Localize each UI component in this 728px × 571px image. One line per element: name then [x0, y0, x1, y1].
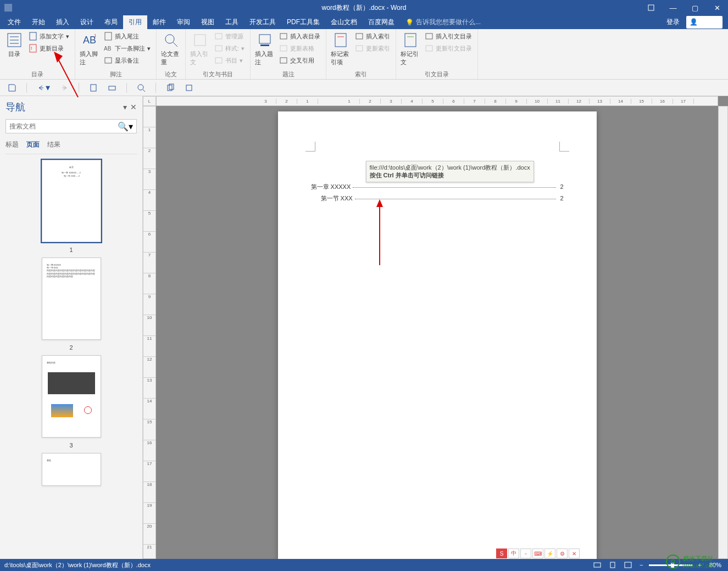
ribbon-display-options[interactable]	[640, 0, 662, 15]
menu-developer[interactable]: 开发工具	[244, 15, 281, 29]
share-button[interactable]: 👤 共享	[686, 16, 723, 29]
group-label-captions: 题注	[254, 70, 323, 79]
show-notes-button[interactable]: 显示备注	[102, 54, 153, 66]
save-button[interactable]	[8, 83, 16, 92]
watermark: G 极光下载站 www.xz7.com	[666, 555, 716, 569]
menu-mailings[interactable]: 邮件	[147, 15, 171, 29]
close-button[interactable]: ✕	[706, 0, 728, 15]
svg-line-15	[173, 42, 177, 47]
tray-lang-icon[interactable]: 中	[508, 548, 519, 558]
update-index-button[interactable]: 更新索引	[353, 42, 392, 54]
svg-rect-17	[215, 33, 222, 39]
maximize-button[interactable]: ▢	[684, 0, 706, 15]
tray-settings-icon[interactable]: ⚙	[557, 548, 568, 558]
update-authorities-button[interactable]: 更新引文目录	[423, 42, 474, 54]
tray-punct-icon[interactable]: ▫	[520, 548, 531, 558]
insert-index-button[interactable]: 插入索引	[353, 30, 392, 42]
copy-button[interactable]	[166, 83, 175, 92]
research-button[interactable]: 论文查重	[160, 30, 182, 68]
tray-sogou-icon[interactable]: S	[496, 548, 507, 558]
bibliography-button[interactable]: 书目 ▾	[212, 54, 247, 66]
menu-view[interactable]: 视图	[196, 15, 220, 29]
svg-rect-13	[105, 58, 112, 63]
nav-close-button[interactable]: ✕	[130, 103, 137, 111]
view-web-layout[interactable]	[622, 560, 634, 570]
mark-citation-button[interactable]: 标记引文	[399, 30, 421, 68]
update-toc-button[interactable]: !更新目录	[26, 42, 71, 54]
svg-rect-44	[594, 563, 601, 567]
toc-entry-1[interactable]: 第一章 XXXXX 2	[311, 183, 564, 191]
thumbnail-page-1[interactable]: 目录第一章 XXXXX ... 2 第一节 XXX ... 2	[42, 160, 101, 242]
next-footnote-button[interactable]: AB下一条脚注 ▾	[102, 42, 153, 54]
menu-file[interactable]: 文件	[2, 15, 26, 29]
insert-caption-button[interactable]: 插入题注	[254, 30, 276, 68]
tell-me-placeholder: 告诉我您想要做什么...	[416, 18, 481, 27]
manage-sources-button[interactable]: 管理源	[212, 30, 247, 42]
menu-insert[interactable]: 插入	[51, 15, 75, 29]
menu-jinshan[interactable]: 金山文档	[325, 15, 363, 29]
menu-home[interactable]: 开始	[26, 15, 51, 29]
add-text-button[interactable]: 添加文字 ▾	[26, 30, 71, 42]
thumbnail-page-4[interactable]: 表格	[42, 453, 101, 486]
search-icon[interactable]: 🔍▾	[118, 121, 133, 132]
zoom-out[interactable]: −	[637, 561, 645, 569]
group-citations: 插入引文 管理源 样式: ▾ 书目 ▾ 引文与书目	[186, 29, 251, 79]
svg-rect-28	[356, 46, 363, 51]
menu-layout[interactable]: 布局	[99, 15, 123, 29]
tray-keyboard-icon[interactable]: ⌨	[532, 548, 543, 558]
tray-close-icon[interactable]: ✕	[569, 548, 580, 558]
insert-endnote-button[interactable]: 插入尾注	[102, 30, 153, 42]
menu-pdf[interactable]: PDF工具集	[281, 15, 325, 29]
update-table-button[interactable]: 更新表格	[277, 42, 323, 54]
view-read-mode[interactable]	[591, 560, 603, 570]
nav-tab-results[interactable]: 结果	[47, 140, 60, 149]
vertical-scrollbar[interactable]	[718, 106, 728, 559]
print-button[interactable]	[108, 83, 116, 92]
document-page[interactable]: 第一章 XXXXX 2 第一节 XXX 2 file:///d:\tools\桌…	[278, 111, 597, 559]
group-authorities: 标记引文 插入引文目录 更新引文目录 引文目录	[396, 29, 478, 79]
preview-button[interactable]	[137, 83, 146, 92]
nav-tab-pages[interactable]: 页面	[26, 140, 40, 149]
horizontal-ruler[interactable]: 3211234567891011121314151617	[156, 96, 718, 106]
menu-design[interactable]: 设计	[75, 15, 99, 29]
new-doc-button[interactable]	[89, 83, 98, 92]
thumb-label-3: 3	[69, 442, 73, 449]
vertical-ruler[interactable]: 12345678910111213141516171819202122	[143, 106, 156, 559]
view-print-layout[interactable]	[607, 560, 619, 570]
menu-references[interactable]: 引用	[123, 15, 147, 29]
nav-options[interactable]: ▾	[123, 103, 127, 111]
tell-me-search[interactable]: 💡 告诉我您想要做什么...	[400, 15, 486, 29]
svg-rect-6	[30, 32, 36, 40]
insert-table-of-figures-button[interactable]: 插入表目录	[277, 30, 323, 42]
menu-baidu[interactable]: 百度网盘	[363, 15, 400, 29]
format-button[interactable]	[185, 83, 193, 92]
redo-button[interactable]	[60, 83, 69, 92]
group-label-citations: 引文与书目	[189, 70, 247, 79]
undo-button[interactable]: ▾	[37, 82, 50, 93]
hyperlink-tooltip: file:///d:\tools\桌面\work（2）\work (1)\wor…	[366, 161, 534, 182]
menu-review[interactable]: 审阅	[171, 15, 196, 29]
svg-rect-11	[105, 32, 112, 40]
citation-style-button[interactable]: 样式: ▾	[212, 42, 247, 54]
toc-entry-2[interactable]: 第一节 XXX 2	[311, 194, 564, 203]
minimize-button[interactable]: —	[662, 0, 684, 15]
login-button[interactable]: 登录	[663, 16, 683, 29]
toc-button[interactable]: 目录	[3, 30, 25, 59]
insert-footnote-button[interactable]: AB1 插入脚注	[79, 30, 101, 68]
thumbnail-page-3[interactable]: 表格内容	[42, 355, 101, 438]
svg-rect-25	[335, 33, 346, 47]
thumbnail-page-2[interactable]: 第一章 XXXXX第一节 XXX内容内容内容内容内容内容内容内容内容内容内容内容…	[42, 257, 101, 340]
insert-citation-button[interactable]: 插入引文	[189, 30, 211, 68]
ruler-corner[interactable]: L	[143, 96, 156, 106]
group-footnotes: AB1 插入脚注 插入尾注 AB下一条脚注 ▾ 显示备注 脚注	[75, 29, 157, 79]
nav-search-input[interactable]	[9, 122, 118, 130]
cross-reference-button[interactable]: 交叉引用	[277, 54, 323, 66]
nav-search[interactable]: 🔍▾	[5, 119, 137, 133]
nav-tab-headings[interactable]: 标题	[5, 140, 19, 149]
insert-authorities-button[interactable]: 插入引文目录	[423, 30, 474, 42]
tray-special-icon[interactable]: ⚡	[544, 548, 555, 558]
svg-rect-31	[426, 33, 432, 39]
svg-point-35	[138, 85, 143, 90]
mark-entry-button[interactable]: 标记索引项	[330, 30, 352, 68]
menu-tools[interactable]: 工具	[220, 15, 244, 29]
